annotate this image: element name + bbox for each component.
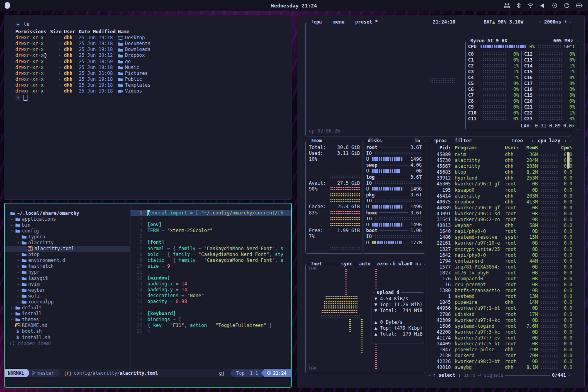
proc-column-header[interactable]: User: (505, 145, 519, 151)
shell-prompt[interactable]: →ls (15, 22, 288, 27)
process-row[interactable]: 44956kworker/u97:1-btroot0B0.0 (430, 305, 569, 311)
chevron-right-icon[interactable]: ▸ (16, 270, 21, 274)
editor-line-17[interactable]: 17 (131, 305, 291, 311)
editor-line-21[interactable]: 21] (131, 328, 291, 334)
process-row[interactable]: 1827mt76-tx phy0root0B0.0 (430, 270, 569, 276)
net-interface-switch[interactable]: ←b wlan0 n→ (388, 261, 423, 267)
chevron-right-icon[interactable]: ▸ (9, 223, 15, 227)
editor-line-1[interactable]: 1general.import = [ "~/.config/omarchy/c… (131, 210, 291, 216)
editor-line-4[interactable]: 4TERM = "xterm-256color" (131, 228, 291, 234)
editor-line-13[interactable]: 13padding.x = 14 (131, 281, 291, 287)
file-name[interactable]: Dropbox (118, 53, 145, 58)
proc-scrollbar[interactable] (567, 152, 570, 169)
chevron-right-icon[interactable]: ▸ (16, 300, 21, 304)
editor-line-15[interactable]: 15decorations = "None" (131, 293, 291, 299)
proc-sort-selector[interactable]: ← cpu lazy → (530, 138, 568, 144)
proc-column-header[interactable]: Program: (455, 145, 477, 151)
process-row[interactable]: 42309kworker/u97:4-kcroot0B0.0 (430, 318, 569, 323)
chevron-right-icon[interactable]: ▸ (9, 306, 15, 310)
process-row[interactable]: 43091kworker/u96:3-sdroot0B0.0 (430, 211, 569, 217)
process-row[interactable]: 2130dockerdroot70M0.0 (430, 353, 569, 359)
chevron-right-icon[interactable]: ▸ (9, 217, 15, 221)
process-row[interactable]: 45889nvimdhh36M0.0 (430, 152, 569, 158)
tree-item-lazygit[interactable]: ▸lazygit (5, 275, 130, 281)
editor-line-11[interactable]: 11 (131, 269, 291, 275)
proc-tree-toggle[interactable]: tree (510, 138, 524, 144)
tree-item-default[interactable]: ▸default (5, 305, 130, 311)
chevron-right-icon[interactable]: ▸ (16, 282, 21, 286)
file-name[interactable]: Music (118, 65, 139, 71)
process-row[interactable]: 40010swaybgdhh8.1M0.0 (430, 365, 569, 370)
tree-item-xournalpp[interactable]: ▸xournalpp (5, 299, 130, 305)
editor-line-12[interactable]: 12[window] (131, 275, 291, 281)
file-name[interactable]: Desktop (118, 35, 145, 41)
proc-signals-button[interactable]: signals (484, 372, 504, 378)
btop-window[interactable]: 1cpumenupreset *21:24:10BAT▲ 98% 3.10W- … (297, 15, 585, 388)
chevron-right-icon[interactable]: ▸ (16, 288, 21, 292)
chevron-down-icon[interactable]: ▾ (16, 241, 21, 245)
file-name[interactable]: go (118, 59, 131, 65)
chevron-right-icon[interactable]: ▸ (16, 264, 21, 268)
net-sync-toggle[interactable]: sync (339, 261, 354, 267)
process-row[interactable]: 45414alacrittydhh203M0.0 (430, 193, 569, 199)
process-row[interactable]: 41174kworker/u97:7-evroot0B0.0 (430, 335, 569, 341)
io-mode-toggle[interactable]: io (413, 138, 422, 144)
tree-root[interactable]: ~/.local/share/omarchy (5, 210, 130, 216)
process-row[interactable]: 1systemdroot13M0.0 (430, 294, 569, 299)
process-row[interactable]: 1640napi/phy0-0root0B0.0 (430, 229, 569, 234)
shell-prompt-input[interactable]: → (15, 95, 288, 101)
terminal-window-files[interactable]: →lsPermissionsSizeUserDate ModifiedNamed… (4, 15, 292, 200)
process-row[interactable]: 195kswapd0root0B0.0 (430, 187, 569, 193)
tree-item-Typora[interactable]: ▸Typora (5, 234, 130, 240)
tree-item-hypr[interactable]: ▸hypr (5, 269, 130, 275)
file-name[interactable]: Downloads (118, 47, 151, 53)
file-name[interactable]: Videos (118, 88, 142, 94)
process-row[interactable]: 45667alacrittydhh203M0.0 (430, 163, 569, 169)
file-name[interactable]: Documents (118, 41, 151, 47)
process-row[interactable]: 16rcu_preemptroot0B0.0 (430, 282, 569, 288)
chevron-right-icon[interactable]: ▸ (9, 312, 15, 316)
process-row[interactable]: 1577irq/81-PIXA3854:root0B0.0 (430, 264, 569, 270)
tree-item-nvim[interactable]: ▸nvim (5, 281, 130, 287)
tree-item-wofi[interactable]: ▸wofi (5, 293, 130, 299)
process-row[interactable]: 1486systemd-resolvesyst+15M0.0 (430, 234, 569, 240)
editor-line-14[interactable]: 14padding.y = 14 (131, 287, 291, 293)
editor-pane[interactable]: 1general.import = [ "~/.config/omarchy/c… (131, 203, 291, 369)
process-row[interactable]: 40013waybardhh58M0.0 (430, 223, 569, 229)
tree-item-waybar[interactable]: ▸waybar (5, 287, 130, 293)
editor-line-9[interactable]: 9italic = { family = "CaskaydiaMono Nerd… (131, 258, 291, 263)
tree-item-applications[interactable]: ▸applications (5, 216, 130, 222)
chevron-right-icon[interactable]: ▸ (16, 235, 21, 239)
process-row[interactable]: 1794containerdroot44M0.0 (430, 258, 569, 264)
process-row[interactable]: 45305kworker/u96:1-gfroot0B0.0 (430, 181, 569, 187)
process-row[interactable]: 1642napi/phy0-0root0B0.0 (430, 252, 569, 258)
editor-line-5[interactable]: 5 (131, 234, 291, 240)
process-row[interactable]: 22161kworker/u97:10-eroot0B0.0 (430, 240, 569, 246)
editor-line-19[interactable]: 19bindings = [ (131, 317, 291, 323)
process-row[interactable]: 1327dmcrypt_write/25root0B0.0 (430, 247, 569, 252)
proc-info-button[interactable]: info (464, 372, 475, 378)
update-interval[interactable]: - 2000ms + (537, 19, 568, 25)
process-row[interactable]: 31541kworker/u96:2-coroot0B0.0 (430, 217, 569, 223)
tree-item-alacritty.toml[interactable]: alacritty.toml (5, 246, 130, 252)
tree-item-bin[interactable]: ▸bin (5, 222, 130, 228)
process-row[interactable]: 1845pipewiredhh14M0.0 (430, 299, 569, 305)
tree-item-btop[interactable]: ▸btop (5, 252, 130, 258)
net-auto-toggle[interactable]: auto (358, 261, 372, 267)
chevron-right-icon[interactable]: ▸ (16, 276, 21, 280)
neovim-window[interactable]: ~/.local/share/omarchy▸applications▸bin▾… (4, 203, 292, 388)
btop-menu-button[interactable]: menu (332, 19, 346, 25)
editor-line-7[interactable]: 7normal = { family = "CaskaydiaMono Nerd… (131, 246, 291, 252)
file-name[interactable]: Templates (118, 82, 151, 88)
proc-filter-button[interactable]: filter (453, 138, 473, 144)
proc-select-button[interactable]: select (438, 372, 455, 378)
process-row[interactable]: 1380btrfs-transactioroot0B0.0 (430, 288, 569, 294)
editor-line-3[interactable]: 3[env] (131, 222, 291, 228)
tree-item-boot.sh[interactable]: $boot.sh (5, 328, 130, 334)
process-row[interactable]: 42226kworker/u98:3-btroot0B0.0 (430, 359, 569, 365)
file-name[interactable]: Public (118, 76, 142, 82)
tree-item-install[interactable]: ▸install (5, 311, 130, 317)
process-row[interactable]: 40075dropboxdhh413M0.0 (430, 199, 569, 205)
process-row[interactable]: 45730alacrittydhh204M0.0 (430, 158, 569, 163)
chevron-right-icon[interactable]: ▸ (16, 252, 21, 256)
